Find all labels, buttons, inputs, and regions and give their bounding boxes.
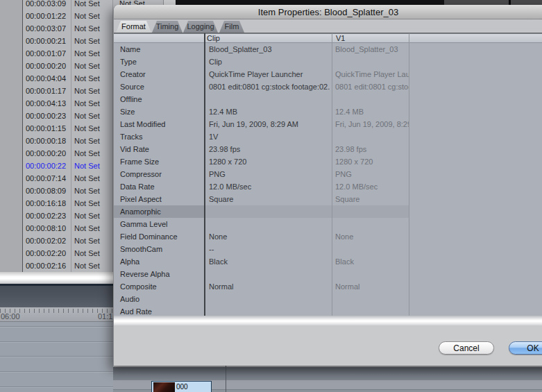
dialog-titlebar[interactable]: Item Properties: Blood_Splatter_03 <box>114 5 542 19</box>
track-divider <box>0 341 113 342</box>
track-divider <box>0 371 113 372</box>
property-clip-value[interactable]: Black <box>204 255 332 268</box>
property-v1-value: 23.98 fps <box>332 143 409 155</box>
property-row-vid-rate: Vid Rate23.98 fps23.98 fps <box>114 143 542 155</box>
timecode-cell: 00:00:01:15 <box>23 124 71 133</box>
list-row[interactable]: 00:00:00:20Not Set <box>23 147 113 160</box>
property-v1-value: Square <box>332 193 409 205</box>
property-v1-value <box>332 243 409 255</box>
ok-button[interactable]: OK <box>509 341 542 355</box>
timeline-ruler[interactable]: 06:00 01:1 <box>0 307 113 322</box>
list-row-selected[interactable]: 00:00:00:22Not Set <box>23 160 113 172</box>
list-row[interactable]: 00:00:00:18Not Set <box>23 135 113 147</box>
property-label: Alpha <box>114 255 204 268</box>
property-clip-value[interactable] <box>204 268 332 280</box>
list-row[interactable]: 00:00:02:23Not Set <box>23 210 113 222</box>
timecode-cell: 00:00:00:23 <box>23 112 71 120</box>
status-cell: Not Set <box>71 162 100 170</box>
property-row-reverse-alpha: Reverse Alpha <box>114 268 542 280</box>
status-cell: Not Set <box>71 262 100 270</box>
list-row[interactable]: 00:00:02:02Not Set <box>23 235 113 247</box>
property-clip-value[interactable]: None <box>204 230 332 243</box>
property-label: Compressor <box>114 168 204 180</box>
status-cell: Not Set <box>71 149 100 157</box>
list-row[interactable]: 00:00:01:17Not Set <box>23 85 113 97</box>
property-row-tracks: Tracks1V <box>114 130 542 143</box>
property-clip-value: Clip <box>204 56 332 68</box>
property-label: Size <box>114 105 204 118</box>
list-row[interactable]: 00:00:01:22Not Set <box>23 10 113 22</box>
property-row-anamorphic[interactable]: Anamorphic <box>114 205 542 218</box>
tab-format[interactable]: Format <box>116 21 151 33</box>
list-row[interactable]: 00:00:02:20Not Set <box>23 247 113 259</box>
timecode-cell: 00:00:07:14 <box>23 174 71 182</box>
property-clip-value: QuickTime Player Launcher <box>204 68 332 80</box>
property-clip-value[interactable]: Normal <box>204 280 332 293</box>
list-row[interactable]: 00:00:00:20Not Set <box>23 60 113 72</box>
status-cell: Not Set <box>71 237 100 245</box>
list-row[interactable]: 00:00:04:04Not Set <box>23 72 113 85</box>
list-row[interactable]: 00:00:01:15Not Set <box>23 122 113 135</box>
property-v1-value <box>332 130 409 143</box>
property-v1-value: 12.0 MB/sec <box>332 180 409 193</box>
property-clip-value: 23.98 fps <box>204 143 332 155</box>
clip-label: 000 <box>176 382 188 392</box>
property-clip-value: 0801 edit:0801 cg:stock footage:02. Bloo <box>204 80 332 93</box>
browser-rows: 00:00:03:09Not Set 00:00:01:22Not Set 00… <box>23 0 113 272</box>
property-clip-value: 12.4 MB <box>204 105 332 118</box>
property-v1-value: 1280 x 720 <box>332 155 409 168</box>
list-row[interactable]: 00:00:02:16Not Set <box>23 259 113 272</box>
list-row[interactable]: 00:00:07:14Not Set <box>23 172 113 185</box>
property-row-creator: CreatorQuickTime Player LauncherQuickTim… <box>114 68 542 80</box>
list-row[interactable]: 00:00:03:09Not Set <box>23 0 113 10</box>
list-row[interactable]: 00:00:08:10Not Set <box>23 222 113 235</box>
properties-header-row: Clip V1 <box>114 33 542 43</box>
property-clip-value[interactable]: Square <box>204 193 332 205</box>
list-row[interactable]: 00:00:16:18Not Set <box>23 197 113 210</box>
tab-film[interactable]: Film <box>219 21 244 33</box>
tab-logging[interactable]: Logging <box>183 21 218 33</box>
track-band <box>113 367 542 380</box>
list-row[interactable]: 00:00:08:09Not Set <box>23 185 113 197</box>
item-properties-dialog: Item Properties: Blood_Splatter_03 Forma… <box>113 5 542 366</box>
property-label: Offline <box>114 93 204 105</box>
list-row[interactable]: 00:00:01:07Not Set <box>23 47 113 60</box>
status-cell: Not Set <box>71 12 100 20</box>
property-row-alpha: AlphaBlackBlack <box>114 255 542 268</box>
cancel-button[interactable]: Cancel <box>439 341 494 355</box>
ruler-timecode-right: 01:1 <box>98 312 112 321</box>
property-row-offline: Offline <box>114 93 542 105</box>
status-cell: Not Set <box>71 212 100 220</box>
property-v1-value: Fri, Jun 19, 2009, 8:29 A <box>332 118 409 130</box>
table-divider <box>204 33 205 316</box>
list-row[interactable]: 00:00:03:07Not Set <box>23 22 113 35</box>
property-clip-value[interactable]: Blood_Splatter_03 <box>204 43 332 56</box>
timecode-cell: 00:00:00:18 <box>23 137 71 145</box>
property-label: Data Rate <box>114 180 204 193</box>
status-cell: Not Set <box>71 37 100 45</box>
property-label: Aud Rate <box>114 305 204 316</box>
window-divider <box>509 0 511 5</box>
list-row[interactable]: 00:00:04:13Not Set <box>23 97 113 110</box>
property-clip-value[interactable] <box>204 218 332 230</box>
list-row[interactable]: 00:00:00:23Not Set <box>23 110 113 122</box>
status-cell: Not Set <box>71 124 100 133</box>
timeline-clip[interactable]: 000 <box>151 381 212 392</box>
property-v1-value <box>332 56 409 68</box>
property-v1-value: PNG <box>332 168 409 180</box>
property-row-source: Source0801 edit:0801 cg:stock footage:02… <box>114 80 542 93</box>
status-cell: Not Set <box>71 224 100 232</box>
timeline-tracks[interactable] <box>0 322 113 392</box>
property-row-last-modified: Last ModifiedFri, Jun 19, 2009, 8:29 AMF… <box>114 118 542 130</box>
property-v1-value: Black <box>332 255 409 268</box>
window-edge-gloss <box>0 272 113 284</box>
property-v1-value <box>332 305 409 316</box>
list-row[interactable]: 00:00:00:21Not Set <box>23 35 113 47</box>
timecode-cell: 00:00:01:17 <box>23 87 71 95</box>
tab-timing[interactable]: Timing <box>152 21 183 33</box>
property-v1-value: QuickTime Player Launch <box>332 68 409 80</box>
property-clip-value[interactable] <box>204 205 332 218</box>
timecode-cell: 00:00:08:10 <box>23 224 71 232</box>
timecode-cell: 00:00:08:09 <box>23 187 71 195</box>
clip-thumbnail <box>153 382 175 392</box>
